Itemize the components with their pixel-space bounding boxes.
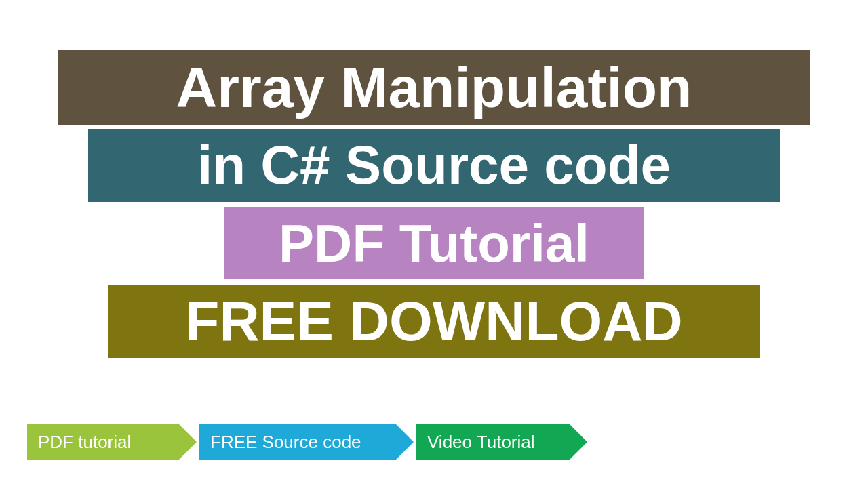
banner-line-4: FREE DOWNLOAD: [108, 285, 760, 358]
banner-line-3: PDF Tutorial: [224, 207, 644, 279]
banner-line-1: Array Manipulation: [58, 50, 810, 125]
banner-line-2: in C# Source code: [88, 129, 780, 202]
chevron-video-tutorial: Video Tutorial: [416, 424, 570, 460]
chevron-row: PDF tutorial FREE Source code Video Tuto…: [27, 424, 572, 460]
chevron-pdf-tutorial: PDF tutorial: [27, 424, 179, 460]
chevron-free-source-code: FREE Source code: [199, 424, 396, 460]
title-banner-stack: Array Manipulation in C# Source code PDF…: [0, 50, 868, 358]
